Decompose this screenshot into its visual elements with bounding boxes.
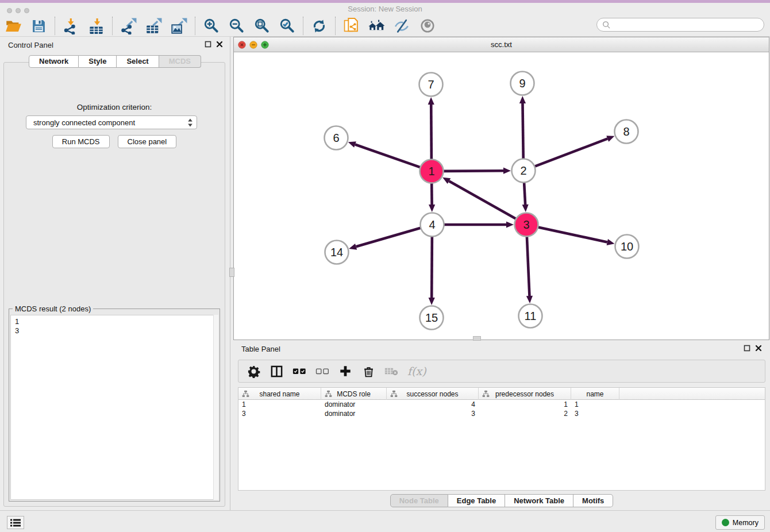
- graph-node-8[interactable]: 8: [615, 120, 638, 144]
- table-row[interactable]: 1dominator411: [238, 400, 765, 409]
- tab-select[interactable]: Select: [117, 55, 159, 68]
- refresh-icon[interactable]: [311, 18, 328, 34]
- tab-edge-table[interactable]: Edge Table: [448, 494, 505, 507]
- node-table[interactable]: shared nameMCDS rolesuccessor nodesprede…: [238, 387, 765, 491]
- search-box[interactable]: [596, 18, 764, 32]
- float-panel-icon[interactable]: [205, 41, 211, 48]
- memory-button[interactable]: Memory: [715, 515, 765, 530]
- graph-node-11[interactable]: 11: [519, 304, 542, 328]
- column-header-name[interactable]: name: [571, 388, 619, 400]
- select-all-icon[interactable]: [292, 364, 306, 378]
- table-cell[interactable]: 2: [479, 409, 571, 418]
- table-cell[interactable]: dominator: [321, 409, 387, 418]
- table-cell[interactable]: 4: [387, 400, 479, 409]
- zoom-out-icon[interactable]: [228, 18, 245, 34]
- graph-node-3[interactable]: 3: [515, 213, 538, 237]
- add-icon[interactable]: [338, 364, 352, 378]
- export-network-icon[interactable]: [120, 18, 137, 34]
- export-image-icon[interactable]: [171, 18, 187, 34]
- table-cell[interactable]: dominator: [321, 400, 387, 409]
- column-header-successor-nodes[interactable]: successor nodes: [387, 388, 479, 400]
- graph-node-4[interactable]: 4: [421, 213, 444, 237]
- gear-icon[interactable]: [247, 364, 260, 378]
- network-view-window: scc.txt 1234678910111415: [233, 37, 769, 340]
- svg-text:15: 15: [425, 311, 438, 324]
- table-cell[interactable]: 3: [571, 409, 619, 418]
- tab-style[interactable]: Style: [79, 55, 117, 68]
- tab-node-table[interactable]: Node Table: [390, 494, 448, 507]
- tab-network-table[interactable]: Network Table: [505, 494, 573, 507]
- table-row[interactable]: 3dominator323: [238, 409, 765, 418]
- zoom-fit-icon[interactable]: [253, 18, 270, 34]
- column-header-predecessor-nodes[interactable]: predecessor nodes: [479, 388, 571, 400]
- graph-node-9[interactable]: 9: [511, 72, 534, 95]
- table-cell[interactable]: 1: [479, 400, 571, 409]
- eye-icon[interactable]: [419, 18, 436, 34]
- table-cell[interactable]: 3: [387, 409, 479, 418]
- toolbar-groups: [0, 16, 443, 36]
- graph-edge-2-3[interactable]: [522, 183, 529, 212]
- close-panel-icon[interactable]: [755, 345, 762, 352]
- delete-icon[interactable]: [361, 364, 375, 378]
- svg-text:10: 10: [621, 240, 633, 253]
- table-panel-title: Table Panel: [241, 345, 280, 353]
- graph-edge-4-15[interactable]: [429, 237, 435, 305]
- table-cell[interactable]: 3: [238, 409, 321, 418]
- export-table-icon[interactable]: [145, 18, 162, 34]
- network-window-titlebar[interactable]: scc.txt: [234, 37, 769, 52]
- graph-edge-1-7[interactable]: [428, 97, 434, 159]
- close-panel-button[interactable]: Close panel: [118, 135, 177, 148]
- home-icon[interactable]: [368, 18, 385, 34]
- tab-motifs[interactable]: Motifs: [573, 494, 613, 507]
- svg-text:9: 9: [519, 77, 525, 90]
- column-header-shared-name[interactable]: shared name: [238, 388, 321, 400]
- graph-edge-3-10[interactable]: [538, 227, 615, 245]
- graph-edge-1-2[interactable]: [444, 168, 511, 174]
- columns-icon[interactable]: [270, 364, 283, 378]
- run-mcds-button[interactable]: Run MCDS: [52, 135, 110, 148]
- network-canvas[interactable]: 1234678910111415: [234, 52, 769, 340]
- graph-node-14[interactable]: 14: [325, 241, 349, 264]
- search-icon: [602, 20, 611, 29]
- graph-edge-4-14[interactable]: [349, 228, 421, 250]
- panel-divider-grip[interactable]: [229, 268, 234, 277]
- tab-mcds[interactable]: MCDS: [159, 55, 201, 68]
- graph-node-1[interactable]: 1: [420, 160, 444, 183]
- table-cell[interactable]: 1: [571, 400, 619, 409]
- float-panel-icon[interactable]: [744, 345, 750, 352]
- table-cell[interactable]: 1: [238, 400, 321, 409]
- column-header-mcds-role[interactable]: MCDS role: [321, 388, 387, 400]
- hide-unhide-icon[interactable]: [394, 18, 410, 34]
- mcds-result-scrollbar[interactable]: [213, 315, 218, 500]
- graph-edge-3-1[interactable]: [442, 178, 516, 219]
- tab-network[interactable]: Network: [29, 55, 79, 68]
- zoom-in-icon[interactable]: [203, 18, 220, 34]
- svg-text:8: 8: [623, 125, 629, 138]
- memory-status-dot: [722, 519, 729, 526]
- graph-edge-1-4[interactable]: [429, 183, 435, 212]
- graph-edge-2-9[interactable]: [519, 96, 526, 159]
- graph-edge-1-6[interactable]: [348, 141, 420, 167]
- open-file-icon[interactable]: [5, 18, 22, 34]
- mcds-result-list[interactable]: 1 3: [10, 315, 218, 500]
- zoom-selected-icon[interactable]: [279, 18, 295, 34]
- graph-edge-4-3[interactable]: [444, 221, 514, 228]
- graph-node-7[interactable]: 7: [419, 73, 443, 97]
- graph-node-15[interactable]: 15: [420, 306, 444, 330]
- optimization-criterion-select[interactable]: strongly connected component: [26, 115, 197, 129]
- search-input[interactable]: [611, 20, 764, 30]
- graph-edge-2-8[interactable]: [535, 136, 615, 166]
- close-panel-icon[interactable]: [216, 41, 223, 48]
- graph-node-10[interactable]: 10: [615, 235, 639, 259]
- list-icon: [10, 518, 21, 527]
- window-resize-grip[interactable]: [473, 336, 481, 341]
- task-history-button[interactable]: [7, 516, 24, 529]
- graph-edge-3-11[interactable]: [526, 237, 533, 303]
- graph-node-2[interactable]: 2: [512, 159, 536, 183]
- save-session-icon[interactable]: [30, 18, 47, 34]
- import-network-icon[interactable]: [63, 18, 79, 34]
- network-file-icon[interactable]: [343, 18, 360, 34]
- import-table-icon[interactable]: [88, 18, 105, 34]
- graph-node-6[interactable]: 6: [325, 126, 348, 150]
- deselect-all-icon[interactable]: [315, 364, 329, 378]
